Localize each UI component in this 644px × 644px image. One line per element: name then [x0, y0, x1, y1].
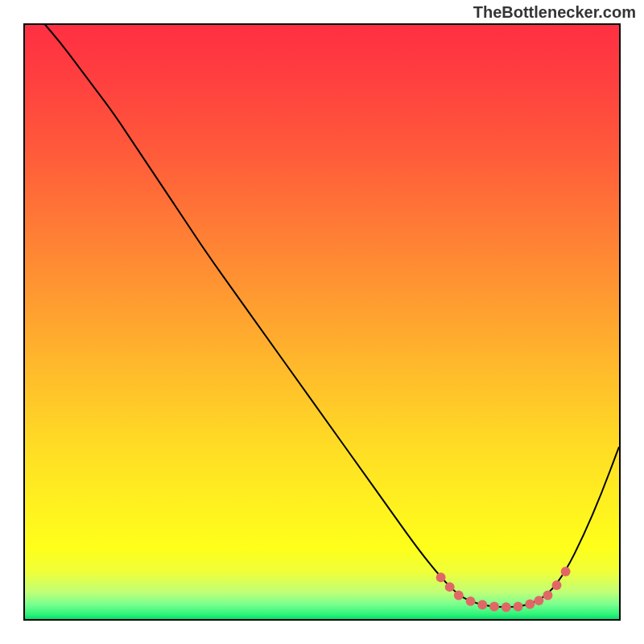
marker-dot [477, 600, 487, 609]
chart-svg [25, 25, 619, 619]
marker-dot [489, 602, 499, 612]
marker-dot [502, 602, 511, 612]
marker-dot [454, 591, 464, 601]
marker-dot [445, 582, 455, 592]
marker-dot [552, 580, 562, 590]
marker-dot [466, 597, 476, 606]
marker-dot [514, 602, 523, 612]
marker-dot [436, 572, 446, 582]
attribution-label: TheBottlenecker.com [473, 3, 636, 22]
marker-dot [534, 596, 543, 605]
plot-area [23, 23, 621, 621]
marker-dot [543, 591, 552, 601]
marker-dot [525, 600, 535, 609]
marker-dot [561, 567, 571, 576]
chart-container: TheBottlenecker.com [0, 0, 644, 644]
